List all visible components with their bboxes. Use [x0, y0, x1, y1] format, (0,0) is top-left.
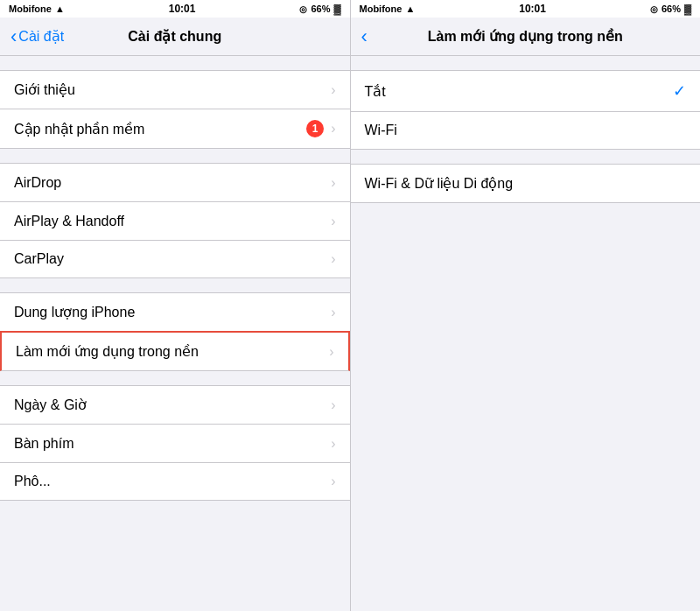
cell-cap-nhat-label: Cập nhật phần mềm	[14, 121, 144, 137]
right-status-bar: Mobifone ▲ 10:01 ◎ 66% ▓	[351, 0, 701, 18]
chevron-icon-5: ›	[331, 251, 335, 267]
update-badge: 1	[306, 120, 324, 137]
chevron-icon-6: ›	[331, 305, 335, 320]
right-back-button[interactable]: ‹	[361, 25, 368, 48]
chevron-icon-10: ›	[331, 474, 335, 489]
cell-ban-phim-right: ›	[331, 436, 335, 452]
cell-pho-label: Phô...	[14, 474, 51, 489]
cell-pho-right: ›	[331, 474, 335, 489]
wifi-icon: ▲	[55, 4, 65, 14]
cell-carplay[interactable]: CarPlay ›	[0, 240, 350, 278]
left-panel: Mobifone ▲ 10:01 ◎ 66% ▓ ‹ Cài đặt Cài đ…	[0, 0, 350, 611]
option-tat-label: Tắt	[365, 83, 386, 100]
right-battery-pct: 66%	[662, 4, 681, 14]
cell-dung-luong[interactable]: Dung lượng iPhone ›	[0, 292, 350, 331]
chevron-icon-3: ›	[331, 175, 335, 191]
option-wifi-data[interactable]: Wi-Fi & Dữ liệu Di động	[351, 164, 701, 203]
right-carrier-label: Mobifone	[360, 4, 402, 14]
cell-gioi-thieu[interactable]: Giới thiệu ›	[0, 70, 350, 109]
chevron-icon-9: ›	[331, 436, 335, 452]
cell-cap-nhat-right: 1 ›	[306, 120, 335, 137]
cell-ngay-gio[interactable]: Ngày & Giờ ›	[0, 385, 350, 424]
right-back-chevron-icon: ‹	[361, 25, 368, 48]
right-battery-icon: ▓	[684, 4, 691, 14]
cell-airplay-label: AirPlay & Handoff	[14, 214, 124, 229]
cell-lam-moi[interactable]: Làm mới ứng dụng trong nền ›	[0, 331, 350, 371]
cell-ban-phim-label: Bàn phím	[14, 436, 74, 452]
left-settings-list: Giới thiệu › Cập nhật phần mềm 1 › AirDr…	[0, 56, 350, 611]
right-status-right: ◎ 66% ▓	[650, 4, 691, 14]
chevron-icon-8: ›	[331, 397, 335, 413]
chevron-icon: ›	[331, 82, 335, 98]
right-nav-title: Làm mới ứng dụng trong nền	[428, 28, 623, 45]
cell-airplay-right: ›	[331, 214, 335, 229]
chevron-icon-7: ›	[329, 344, 333, 360]
cell-airdrop-label: AirDrop	[14, 175, 61, 191]
left-time: 10:01	[169, 3, 196, 15]
chevron-icon-4: ›	[331, 214, 335, 229]
option-wifi-data-label: Wi-Fi & Dữ liệu Di động	[365, 175, 514, 192]
cell-dung-luong-label: Dung lượng iPhone	[14, 304, 135, 320]
left-status-left: Mobifone ▲	[9, 4, 65, 14]
section-2: AirDrop › AirPlay & Handoff › CarPlay ›	[0, 163, 350, 278]
cell-dung-luong-right: ›	[331, 305, 335, 320]
right-wifi-icon: ▲	[405, 4, 415, 14]
left-back-button[interactable]: ‹ Cài đặt	[10, 25, 64, 48]
left-nav-title: Cài đặt chung	[128, 28, 221, 45]
left-status-bar: Mobifone ▲ 10:01 ◎ 66% ▓	[0, 0, 350, 18]
option-wifi[interactable]: Wi-Fi	[351, 111, 701, 150]
cell-carplay-right: ›	[331, 251, 335, 267]
cell-pho[interactable]: Phô... ›	[0, 462, 350, 501]
cell-ngay-gio-label: Ngày & Giờ	[14, 397, 87, 413]
right-status-left: Mobifone ▲	[360, 4, 416, 14]
cell-cap-nhat[interactable]: Cập nhật phần mềm 1 ›	[0, 109, 350, 149]
cell-ngay-gio-right: ›	[331, 397, 335, 413]
back-label: Cài đặt	[18, 28, 64, 45]
location-icon: ◎	[299, 4, 307, 14]
cell-airdrop[interactable]: AirDrop ›	[0, 163, 350, 201]
cell-gioi-thieu-right: ›	[331, 82, 335, 98]
option-wifi-label: Wi-Fi	[365, 123, 397, 138]
battery-icon: ▓	[333, 4, 340, 14]
right-location-icon: ◎	[650, 4, 658, 14]
right-nav-bar: ‹ Làm mới ứng dụng trong nền	[351, 18, 701, 56]
right-panel: Mobifone ▲ 10:01 ◎ 66% ▓ ‹ Làm mới ứng d…	[351, 0, 701, 611]
left-nav-bar: ‹ Cài đặt Cài đặt chung	[0, 18, 350, 56]
cell-lam-moi-label: Làm mới ứng dụng trong nền	[16, 343, 199, 360]
cell-gioi-thieu-label: Giới thiệu	[14, 81, 75, 98]
cell-ban-phim[interactable]: Bàn phím ›	[0, 424, 350, 462]
right-time: 10:01	[519, 3, 546, 15]
left-status-right: ◎ 66% ▓	[299, 4, 340, 14]
selection-section: Tắt ✓ Wi-Fi	[351, 70, 701, 150]
cell-airdrop-right: ›	[331, 175, 335, 191]
right-settings-list: Tắt ✓ Wi-Fi Wi-Fi & Dữ liệu Di động	[351, 56, 701, 611]
cell-lam-moi-right: ›	[329, 344, 333, 360]
section-1: Giới thiệu › Cập nhật phần mềm 1 ›	[0, 70, 350, 149]
battery-pct: 66%	[311, 4, 330, 14]
option-tat[interactable]: Tắt ✓	[351, 70, 701, 111]
section-4: Ngày & Giờ › Bàn phím › Phô... ›	[0, 385, 350, 501]
chevron-icon-2: ›	[331, 121, 335, 137]
section-3: Dung lượng iPhone › Làm mới ứng dụng tro…	[0, 292, 350, 371]
checkmark-icon: ✓	[673, 81, 686, 101]
back-chevron-icon: ‹	[10, 25, 17, 48]
cell-carplay-label: CarPlay	[14, 251, 64, 267]
cell-airplay[interactable]: AirPlay & Handoff ›	[0, 201, 350, 240]
carrier-label: Mobifone	[9, 4, 52, 14]
